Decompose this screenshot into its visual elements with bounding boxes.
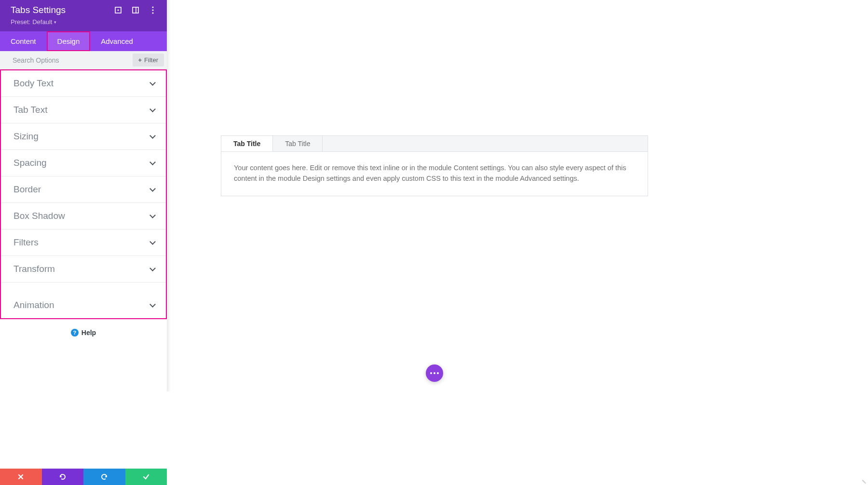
panel-title: Tabs Settings (11, 5, 66, 15)
filter-button[interactable]: + Filter (133, 54, 164, 67)
layout-icon[interactable] (131, 6, 140, 14)
svg-point-5 (152, 9, 153, 11)
panel-title-icons (114, 6, 157, 14)
chevron-down-icon (149, 160, 155, 166)
preview-body[interactable]: Your content goes here. Edit or remove t… (221, 152, 648, 196)
help-icon: ? (71, 329, 79, 337)
option-label: Tab Text (14, 105, 47, 115)
svg-point-1 (118, 10, 119, 11)
preset-selector[interactable]: Preset: Default ▾ (0, 16, 167, 31)
resize-handle-icon[interactable] (860, 477, 867, 484)
option-sizing[interactable]: Sizing (1, 123, 166, 150)
panel-title-row: Tabs Settings (0, 0, 167, 16)
panel-shadow (167, 0, 171, 391)
expand-icon[interactable] (114, 6, 122, 14)
option-label: Body Text (14, 78, 54, 89)
filter-label: Filter (144, 56, 158, 64)
option-tab-text[interactable]: Tab Text (1, 97, 166, 123)
option-label: Animation (14, 300, 54, 310)
dropdown-caret-icon: ▾ (54, 20, 56, 25)
fab-more-button[interactable] (426, 364, 443, 382)
preset-label: Preset: (11, 18, 30, 26)
preview-tab-2[interactable]: Tab Title (273, 136, 323, 151)
preview-tabs: Tab Title Tab Title (221, 135, 648, 152)
option-body-text[interactable]: Body Text (1, 70, 166, 97)
option-transform[interactable]: Transform (1, 256, 166, 283)
chevron-down-icon (149, 302, 155, 308)
option-label: Sizing (14, 131, 39, 142)
undo-button[interactable] (42, 469, 84, 485)
tab-content[interactable]: Content (0, 31, 47, 51)
option-border[interactable]: Border (1, 176, 166, 203)
panel-tabs: Content Design Advanced (0, 31, 167, 51)
redo-button[interactable] (83, 469, 125, 485)
svg-point-6 (152, 12, 153, 13)
tab-design[interactable]: Design (47, 31, 91, 51)
option-label: Box Shadow (14, 211, 65, 221)
settings-panel: Tabs Settings Preset: Default ▾ Content … (0, 0, 167, 391)
help-label: Help (81, 329, 96, 337)
save-button[interactable] (125, 469, 167, 485)
option-label: Transform (14, 264, 55, 274)
svg-point-4 (152, 6, 153, 8)
svg-rect-2 (133, 7, 138, 13)
option-label: Filters (14, 237, 39, 248)
help-button[interactable]: ? Help (0, 319, 167, 341)
option-spacing[interactable]: Spacing (1, 150, 166, 176)
dots-icon (430, 372, 439, 374)
option-label: Border (14, 184, 41, 195)
option-filters[interactable]: Filters (1, 229, 166, 256)
panel-header: Tabs Settings Preset: Default ▾ Content … (0, 0, 167, 51)
tab-advanced[interactable]: Advanced (90, 31, 144, 51)
option-animation[interactable]: Animation (1, 292, 166, 318)
more-icon[interactable] (149, 6, 157, 14)
option-label: Spacing (14, 158, 47, 168)
options-list: Body Text Tab Text Sizing Spacing Border… (0, 69, 167, 319)
option-box-shadow[interactable]: Box Shadow (1, 203, 166, 229)
chevron-down-icon (149, 81, 155, 86)
chevron-down-icon (149, 213, 155, 219)
footer-bar (0, 469, 167, 485)
search-row: + Filter (0, 51, 167, 69)
search-input[interactable] (0, 52, 130, 69)
chevron-down-icon (149, 107, 155, 113)
preview-tab-1[interactable]: Tab Title (221, 136, 273, 151)
chevron-down-icon (149, 240, 155, 245)
cancel-button[interactable] (0, 469, 42, 485)
chevron-down-icon (149, 187, 155, 192)
preset-value: Default (32, 18, 52, 26)
plus-icon: + (138, 56, 142, 64)
chevron-down-icon (149, 266, 155, 272)
chevron-down-icon (149, 134, 155, 139)
preview-module: Tab Title Tab Title Your content goes he… (221, 135, 648, 196)
